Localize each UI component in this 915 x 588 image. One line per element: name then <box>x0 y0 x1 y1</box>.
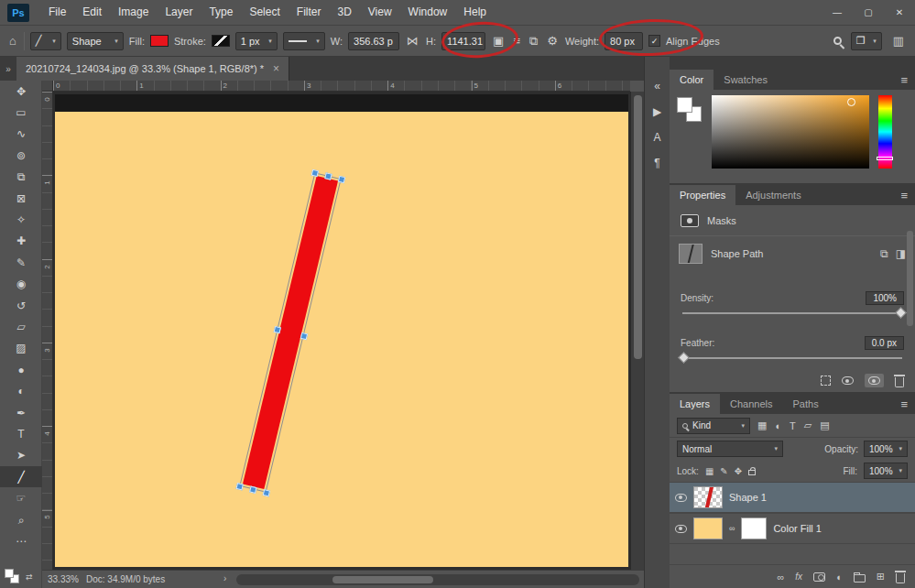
horizontal-scrollbar-thumb[interactable] <box>332 576 433 583</box>
paragraph-panel-icon[interactable]: ¶ <box>648 154 668 172</box>
edit-toolbar-icon[interactable]: ⋯ <box>0 530 42 551</box>
preview-toggle-button[interactable] <box>865 374 884 387</box>
layer-thumbnail[interactable] <box>693 517 723 539</box>
healing-brush-tool[interactable]: ✚ <box>0 231 42 252</box>
collapse-panels-icon[interactable]: « <box>648 77 668 95</box>
panel-grid-icon[interactable]: ▥ <box>891 34 906 48</box>
path-operations-icon[interactable]: ▣ <box>491 34 506 48</box>
dodge-tool[interactable]: ◐ <box>0 380 42 401</box>
stroke-style-select[interactable]: ▾ <box>283 32 325 50</box>
minimize-button[interactable]: — <box>822 0 853 26</box>
maximize-button[interactable]: ▢ <box>853 0 884 26</box>
swap-colors-icon[interactable]: ⇄ <box>26 572 33 582</box>
adjustment-layer-icon[interactable]: ◐ <box>836 572 843 583</box>
lock-transparency-icon[interactable]: ▦ <box>705 466 713 476</box>
layer-thumbnail[interactable] <box>693 486 723 508</box>
line-tool[interactable]: ╱ <box>0 466 42 487</box>
blend-mode-select[interactable]: Normal ▾ <box>677 441 783 457</box>
density-value[interactable]: 100% <box>866 291 904 305</box>
link-layers-icon[interactable]: ∞ <box>778 572 785 583</box>
menu-item[interactable]: Select <box>241 0 288 26</box>
menu-item[interactable]: Image <box>110 0 157 26</box>
menu-item[interactable]: Help <box>455 0 495 26</box>
document-tab[interactable]: 20210724_124034.jpg @ 33.3% (Shape 1, RG… <box>16 57 289 81</box>
menu-item[interactable]: View <box>360 0 400 26</box>
feather-slider-knob[interactable] <box>678 352 690 364</box>
shape-path-thumbnail[interactable] <box>679 244 703 264</box>
layer-visibility-icon[interactable] <box>675 525 687 533</box>
tab-swatches[interactable]: Swatches <box>713 70 778 90</box>
menu-item[interactable]: Layer <box>157 0 201 26</box>
stroke-width-select[interactable]: 1 px ▾ <box>235 32 278 50</box>
crop-tool[interactable]: ⧉ <box>0 167 42 188</box>
kind-filter-select[interactable]: Kind ▾ <box>677 418 750 434</box>
foreground-background-swatches[interactable] <box>5 569 20 584</box>
zoom-tool[interactable]: ⌕ <box>0 509 42 530</box>
foreground-background-widget[interactable] <box>677 97 704 125</box>
tab-properties[interactable]: Properties <box>670 185 735 205</box>
lock-pixels-icon[interactable]: ✎ <box>720 466 727 476</box>
workspace-switcher[interactable]: ❐ ▾ <box>851 32 882 50</box>
layer-effects-icon[interactable]: fx <box>795 572 802 582</box>
quick-selection-tool[interactable]: ⊚ <box>0 145 42 166</box>
shape-mode-select[interactable]: Shape ▾ <box>67 32 124 50</box>
lock-all-icon[interactable] <box>748 470 756 475</box>
menu-item[interactable]: Window <box>400 0 456 26</box>
selection-from-mask-icon[interactable] <box>821 376 831 386</box>
type-tool[interactable]: T <box>0 423 42 444</box>
actions-panel-icon[interactable]: ▶ <box>648 103 668 121</box>
new-layer-icon[interactable]: ⊞ <box>877 571 885 583</box>
fill-swatch[interactable] <box>150 35 169 47</box>
pen-tool[interactable]: ✒ <box>0 402 42 423</box>
align-edges-checkbox[interactable]: ✓ <box>648 35 660 47</box>
delete-layer-icon[interactable] <box>896 573 905 583</box>
shape-layer-filter-icon[interactable]: ▱ <box>804 419 812 431</box>
move-tool[interactable]: ✥ <box>0 81 42 102</box>
layers-panel-menu-icon[interactable]: ≡ <box>900 397 915 414</box>
mask-link-icon[interactable]: ∞ <box>729 524 735 533</box>
layer-row-color-fill-1[interactable]: ∞ Color Fill 1 <box>670 513 915 544</box>
menu-item[interactable]: Edit <box>74 0 110 26</box>
menu-item[interactable]: File <box>40 0 74 26</box>
fill-select[interactable]: 100% ▾ <box>864 463 908 479</box>
feather-slider[interactable] <box>682 357 902 359</box>
layer-row-shape-1[interactable]: Shape 1 <box>670 482 915 513</box>
tab-color[interactable]: Color <box>670 70 713 90</box>
zoom-level-field[interactable]: 33.33% <box>44 574 82 584</box>
foreground-color-swatch[interactable] <box>677 97 692 113</box>
gradient-tool[interactable]: ▨ <box>0 338 42 359</box>
menu-item[interactable]: Type <box>201 0 241 26</box>
marquee-tool[interactable]: ▭ <box>0 102 42 123</box>
link-dimensions-icon[interactable]: ⋈ <box>405 34 420 48</box>
pixel-layer-filter-icon[interactable]: ▦ <box>757 419 767 431</box>
smart-object-filter-icon[interactable]: ▤ <box>820 419 829 431</box>
character-panel-icon[interactable]: A <box>648 128 668 147</box>
menu-item[interactable]: 3D <box>329 0 359 26</box>
feather-value[interactable]: 0.0 px <box>865 336 904 350</box>
add-layer-mask-icon[interactable] <box>813 572 825 582</box>
color-panel-menu-icon[interactable]: ≡ <box>900 73 915 90</box>
path-alignment-icon[interactable]: ≡ <box>511 34 522 48</box>
layer-visibility-icon[interactable] <box>675 494 687 502</box>
height-field[interactable]: 1141.31 <box>441 32 485 50</box>
layer-mask-thumbnail[interactable] <box>741 517 767 539</box>
mask-view-icon[interactable] <box>842 376 854 385</box>
properties-scrollbar-thumb[interactable] <box>907 231 913 326</box>
group-layers-icon[interactable] <box>854 574 866 583</box>
home-icon[interactable]: ⌂ <box>7 34 18 48</box>
horizontal-scrollbar[interactable] <box>236 574 639 585</box>
width-field[interactable]: 356.63 p <box>348 32 399 50</box>
close-button[interactable]: ✕ <box>884 0 915 26</box>
hue-slider[interactable] <box>878 95 892 169</box>
tab-channels[interactable]: Channels <box>720 394 782 414</box>
add-vector-mask-icon[interactable]: ⧉ <box>880 247 888 260</box>
tab-paths[interactable]: Paths <box>783 394 829 414</box>
hue-slider-thumb[interactable] <box>877 157 893 160</box>
hand-tool[interactable]: ☞ <box>0 487 42 508</box>
history-brush-tool[interactable]: ↺ <box>0 295 42 316</box>
lasso-tool[interactable]: ∿ <box>0 124 42 145</box>
path-arrangement-icon[interactable]: ⧉ <box>528 34 539 49</box>
menu-item[interactable]: Filter <box>289 0 330 26</box>
type-layer-filter-icon[interactable]: T <box>790 420 796 431</box>
vertical-scrollbar[interactable] <box>630 92 644 570</box>
